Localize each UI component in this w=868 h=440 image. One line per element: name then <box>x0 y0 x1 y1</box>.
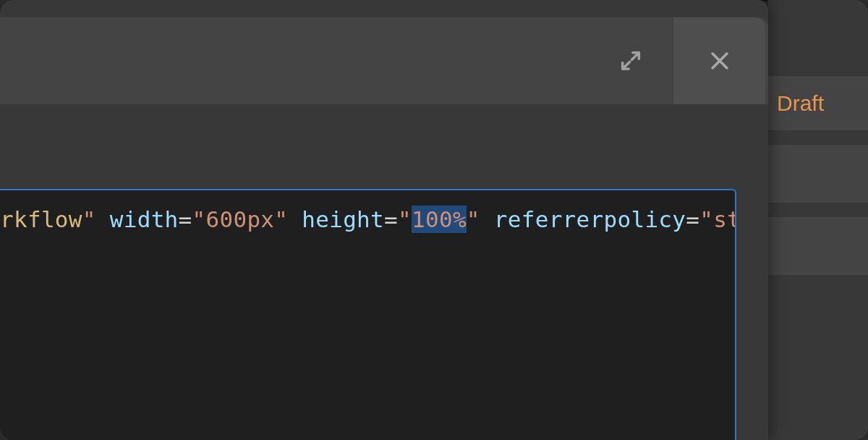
code-quote: " <box>82 206 96 232</box>
modal-header <box>0 17 768 104</box>
code-attr-height: height <box>302 206 384 232</box>
modal-dialog: rkflow" width="600px" height="100%" refe… <box>0 0 768 440</box>
code-eq: = <box>686 206 699 232</box>
close-icon <box>707 48 732 73</box>
list-item[interactable] <box>768 145 868 203</box>
maximize-button[interactable] <box>587 17 674 104</box>
tab-draft[interactable]: Draft <box>768 76 868 130</box>
code-val-referrerpolicy-fragment: st <box>713 206 736 232</box>
list-item[interactable] <box>768 217 868 275</box>
code-val-width: 600px <box>206 206 275 232</box>
code-quote: " <box>398 206 412 232</box>
code-attr-referrerpolicy: referrerpolicy <box>494 206 686 232</box>
code-val-height-selected: 100% <box>412 206 467 233</box>
code-space <box>96 206 110 232</box>
code-quote: " <box>467 206 480 232</box>
code-quote: " <box>274 206 288 232</box>
tab-draft-label: Draft <box>777 91 824 116</box>
close-button[interactable] <box>673 17 765 104</box>
code-text: rkflow <box>0 206 82 232</box>
code-attr-width: width <box>110 206 179 232</box>
code-quote: " <box>699 206 713 232</box>
code-quote: " <box>192 206 206 232</box>
code-eq: = <box>384 206 398 232</box>
code-line: rkflow" width="600px" height="100%" refe… <box>0 206 736 232</box>
expand-icon <box>618 48 643 73</box>
code-eq: = <box>179 206 192 232</box>
code-space <box>480 206 494 232</box>
code-editor[interactable]: rkflow" width="600px" height="100%" refe… <box>0 189 736 440</box>
background-panel: Draft <box>768 0 868 440</box>
code-space <box>288 206 302 232</box>
app-frame: Draft rkflow" width="600px" height="100%… <box>0 0 868 440</box>
